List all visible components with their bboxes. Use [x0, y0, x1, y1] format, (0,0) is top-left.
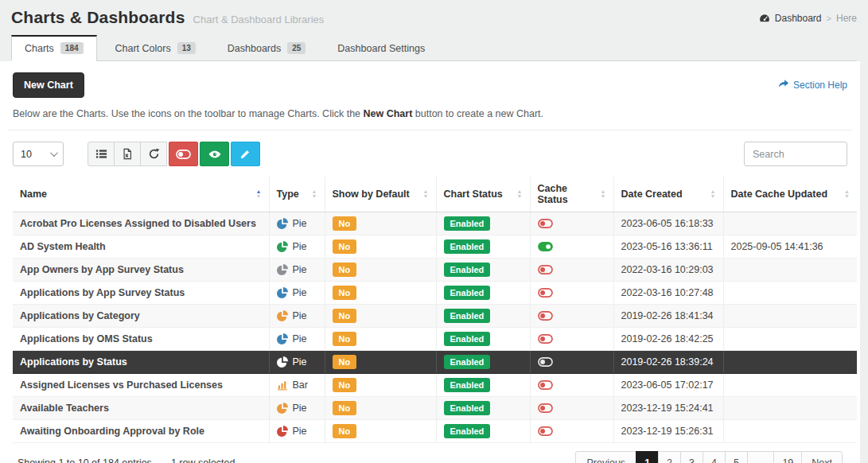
tab-charts[interactable]: Charts184 [11, 35, 97, 61]
table-row[interactable]: Applications by CategoryPieNoEnabled2019… [13, 305, 857, 328]
page-2-button[interactable]: 2 [658, 451, 681, 463]
cell-chart-status: Enabled [436, 397, 530, 420]
chart-status-badge: Enabled [444, 216, 491, 231]
page-4-button[interactable]: 4 [703, 451, 726, 463]
table-row[interactable]: Applications by StatusPieNoEnabled2019-0… [13, 351, 857, 374]
page-3-button[interactable]: 3 [680, 451, 703, 463]
sort-icon: ▲▼ [839, 189, 850, 199]
column-header-date-cache-updated[interactable]: Date Cache Updated▲▼ [723, 177, 857, 212]
table-row[interactable]: Available TeachersPieNoEnabled2023-12-19… [13, 397, 857, 420]
type-label: Pie [293, 241, 307, 252]
cell-date-cache-updated [723, 351, 857, 374]
chevron-down-icon [50, 149, 58, 157]
cell-date-created: 2023-12-19 15:26:31 [613, 420, 723, 443]
page-5-button[interactable]: 5 [725, 451, 748, 463]
cell-date-created: 2019-02-26 18:41:34 [613, 305, 723, 328]
show-by-default-badge: No [333, 239, 357, 254]
page-previous-button[interactable]: Previous [575, 451, 636, 463]
chart-status-badge: Enabled [444, 401, 491, 415]
column-label: Date Cache Updated [731, 189, 828, 200]
table-row[interactable]: Applications by App Survey StatusPieNoEn… [13, 282, 857, 305]
tab-label: Charts [25, 43, 54, 54]
chart-status-badge: Enabled [444, 239, 491, 254]
cell-chart-status: Enabled [436, 305, 530, 328]
cell-type: Pie [269, 328, 325, 351]
cell-name: App Owners by App Survey Status [13, 259, 269, 282]
table-row[interactable]: Acrobat Pro Licenses Assigned to Disable… [13, 212, 857, 235]
refresh-button[interactable] [140, 142, 167, 166]
column-label: Name [20, 189, 47, 200]
pie-chart-icon [277, 241, 288, 252]
search-input[interactable] [744, 142, 847, 166]
breadcrumb-dashboard-link[interactable]: Dashboard [775, 13, 822, 24]
cell-show-by-default: No [325, 305, 436, 328]
page-ellipsis: … [747, 451, 775, 463]
tab-label: Chart Colors [115, 43, 171, 54]
cell-type: Pie [269, 212, 325, 235]
cell-show-by-default: No [325, 397, 436, 420]
show-by-default-badge: No [333, 309, 357, 323]
toggle-status-button[interactable] [169, 142, 198, 166]
cell-show-by-default: No [325, 420, 436, 443]
cell-date-created: 2023-12-19 15:24:41 [613, 397, 723, 420]
column-header-chart-status[interactable]: Chart Status▲▼ [436, 177, 530, 212]
table-row[interactable]: Applications by OMS StatusPieNoEnabled20… [13, 328, 857, 351]
cell-name: Applications by Status [13, 351, 269, 374]
cell-chart-status: Enabled [436, 328, 530, 351]
tab-chart-colors[interactable]: Chart Colors13 [102, 36, 209, 61]
column-header-show-by-default[interactable]: Show by Default▲▼ [325, 177, 436, 212]
chart-status-badge: Enabled [444, 355, 491, 369]
cell-cache-status [530, 328, 613, 351]
cell-type: Pie [269, 397, 325, 420]
toggle-off-icon [538, 333, 553, 344]
cell-chart-status: Enabled [436, 374, 530, 397]
preview-button[interactable] [200, 142, 229, 166]
chart-status-badge: Enabled [444, 332, 491, 346]
show-by-default-badge: No [333, 424, 357, 438]
tab-dashboard-settings[interactable]: Dashboard Settings [324, 37, 438, 61]
page-next-button[interactable]: Next [801, 451, 843, 463]
cell-cache-status [530, 397, 613, 420]
export-file-button[interactable] [114, 142, 141, 166]
cell-chart-status: Enabled [436, 235, 530, 259]
cell-date-created: 2022-03-16 10:29:03 [613, 259, 723, 282]
column-header-type[interactable]: Type▲▼ [269, 177, 325, 212]
pie-chart-icon [277, 218, 288, 229]
cell-name: Available Teachers [13, 397, 269, 420]
datatable-area: 10 Name▲▼Type▲▼Show by Default▲▼Chart St… [8, 130, 852, 463]
table-row[interactable]: AD System HealthPieNoEnabled2023-05-16 1… [13, 235, 857, 259]
showing-entries-text: Showing 1 to 10 of 184 entries [18, 457, 152, 463]
page-19-button[interactable]: 19 [773, 451, 802, 463]
page-1-button[interactable]: 1 [636, 451, 659, 463]
cell-cache-status [530, 351, 613, 374]
type-label: Pie [293, 264, 307, 275]
help-arrow-icon [778, 79, 789, 91]
column-header-date-created[interactable]: Date Created▲▼ [613, 177, 723, 212]
edit-button[interactable] [231, 142, 260, 166]
cell-show-by-default: No [325, 351, 436, 374]
bar-chart-icon [277, 379, 288, 391]
breadcrumb: Dashboard > Here [759, 13, 857, 24]
type-label: Bar [293, 379, 308, 391]
tab-dashboards[interactable]: Dashboards25 [214, 36, 320, 61]
page-size-select[interactable]: 10 [13, 142, 64, 166]
show-by-default-badge: No [333, 216, 357, 231]
cell-show-by-default: No [325, 374, 436, 397]
pie-chart-icon [277, 264, 288, 275]
cell-date-cache-updated [723, 305, 857, 328]
column-header-cache-status[interactable]: Cache Status▲▼ [530, 177, 613, 212]
toggle-off-icon [538, 310, 553, 321]
sort-icon: ▲▼ [706, 189, 716, 199]
table-row[interactable]: Assigned Licenses vs Purchased LicensesB… [13, 374, 857, 397]
table-row[interactable]: App Owners by App Survey StatusPieNoEnab… [13, 259, 857, 282]
toggle-off-icon [538, 356, 553, 368]
cell-cache-status [530, 305, 613, 328]
sort-icon: ▲▼ [307, 189, 317, 199]
type-label: Pie [293, 287, 307, 298]
table-row[interactable]: Awaiting Onboarding Approval by RolePieN… [13, 420, 857, 443]
type-label: Pie [293, 333, 307, 344]
new-chart-button[interactable]: New Chart [13, 72, 84, 98]
list-view-button[interactable] [88, 142, 115, 166]
section-help-link[interactable]: Section Help [778, 79, 847, 91]
column-header-name[interactable]: Name▲▼ [13, 177, 269, 212]
